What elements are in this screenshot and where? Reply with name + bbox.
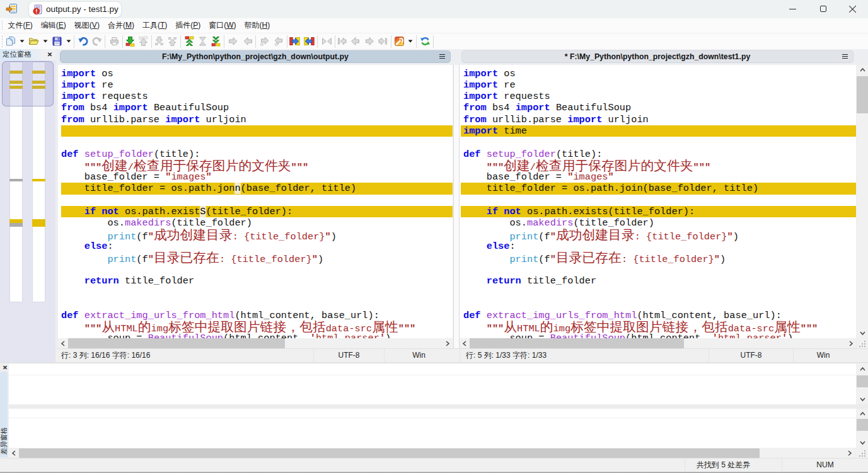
scroll-up-icon[interactable] [857, 65, 867, 75]
winmerge-window: output.py - test1.py 文件(F)编辑(E)视图(V)合并(M… [0, 0, 868, 473]
menu-t[interactable]: 工具(T) [138, 18, 171, 33]
refresh-button[interactable] [419, 35, 432, 48]
pane-splitter[interactable] [453, 65, 460, 348]
code-token-t: (html_content, [223, 333, 310, 338]
diff-pane-top-vscroll-thumb[interactable] [857, 375, 868, 387]
location-pane-close-icon[interactable]: ✕ [45, 50, 54, 59]
copy-all-right-button[interactable] [288, 35, 301, 48]
code-token-k: else [84, 241, 108, 252]
diff-pane-top-vscrollbar[interactable] [857, 364, 868, 404]
right-code-line-9: """创建/检查用于保存图片的文件夹""" [461, 160, 856, 171]
diff-pane-bottom-editor[interactable] [9, 409, 856, 448]
scroll-left-icon[interactable] [460, 338, 470, 348]
scroll-left-icon[interactable] [9, 448, 19, 458]
left-code-line-3: import requests [61, 91, 453, 102]
menu-p[interactable]: 插件(P) [171, 18, 205, 33]
scroll-right-icon[interactable] [845, 448, 855, 458]
code-token-t: (f [136, 231, 148, 242]
scroll-right-icon[interactable] [846, 338, 856, 348]
right-pane-menu-icon[interactable] [842, 53, 848, 60]
right-pane-hscrollbar[interactable] [460, 338, 856, 348]
diff-pane-hscroll-thumb[interactable] [19, 448, 760, 458]
left-pane-menu-icon[interactable] [439, 53, 446, 60]
undo-button[interactable] [77, 35, 90, 48]
options-button[interactable] [393, 35, 406, 48]
close-button[interactable] [838, 0, 867, 18]
next-difference-between-button [153, 35, 166, 48]
diff-pane-caption-strip: 差异窗格 [0, 372, 8, 457]
location-mark-right[interactable] [32, 179, 45, 181]
code-token-t: base_folder = [61, 171, 165, 183]
code-token-s: 创建 [504, 158, 530, 173]
location-mark-left[interactable] [9, 223, 23, 227]
code-token-t: (f [136, 254, 148, 265]
code-token-t: os. [61, 217, 125, 229]
open-button[interactable] [26, 35, 41, 48]
code-token-t: soup = [463, 333, 550, 338]
next-difference-button[interactable] [124, 35, 137, 48]
code-token-t: re [96, 79, 113, 91]
menu-v[interactable]: 视图(V) [70, 18, 103, 33]
location-pane-body[interactable] [0, 60, 55, 362]
right-code-line-12 [461, 195, 856, 206]
diff-pane-top-editor[interactable] [9, 364, 856, 404]
location-visible-area[interactable] [2, 61, 54, 106]
left-code-editor[interactable]: import osimport reimport requestsfrom bs… [58, 65, 453, 338]
scroll-down-icon[interactable] [857, 438, 867, 448]
scroll-up-icon[interactable] [857, 409, 867, 419]
open-dropdown-icon[interactable] [41, 35, 49, 48]
code-token-t: (title_folder): [206, 206, 293, 217]
menu-f[interactable]: 文件(F) [4, 18, 37, 33]
code-token-s: html.parser [718, 333, 782, 338]
code-token-t [61, 206, 84, 217]
code-token-t: urljoin [200, 114, 246, 125]
scroll-right-icon[interactable] [443, 338, 453, 348]
left-pane-path: F:\My_Python\python_project\gzh_down\out… [61, 51, 450, 63]
new-file-dropdown-icon[interactable] [18, 35, 26, 48]
menubar-gripper[interactable] [1, 20, 3, 31]
scroll-down-icon[interactable] [857, 328, 867, 338]
last-difference-button[interactable] [209, 35, 223, 48]
vertical-scroll-thumb[interactable] [857, 76, 868, 113]
left-pane-hscroll-thumb[interactable] [68, 338, 285, 348]
location-mark-left[interactable] [9, 179, 23, 181]
diff-pane-bottom-vscrollbar[interactable] [857, 409, 868, 448]
first-difference-button[interactable] [183, 35, 196, 48]
tab-document-icon [33, 4, 43, 15]
minimize-button[interactable] [778, 0, 807, 18]
left-pane-hscrollbar[interactable] [58, 338, 453, 348]
location-mark-right[interactable] [32, 223, 45, 227]
diff-pane-hscrollbar[interactable] [9, 448, 855, 458]
menu-m[interactable]: 合并(M) [103, 18, 138, 33]
code-token-t [481, 310, 487, 321]
save-button[interactable] [49, 35, 64, 48]
toolbar-separator [433, 35, 434, 48]
save-dropdown-icon[interactable] [64, 35, 72, 48]
scroll-up-icon[interactable] [857, 364, 867, 374]
right-code-line-7 [461, 137, 856, 148]
right-code-editor[interactable]: import osimport reimport requestsfrom bs… [460, 65, 856, 338]
left-status-position: 行: 3 列: 16/16 字符: 16/16 [55, 349, 313, 362]
options-dropdown-icon[interactable] [406, 35, 415, 48]
scroll-down-icon[interactable] [857, 394, 867, 404]
menu-e[interactable]: 编辑(E) [37, 18, 70, 33]
new-file-button[interactable] [3, 35, 18, 48]
vertical-scrollbar[interactable] [857, 65, 868, 338]
diff-pane-bottom-vscroll-thumb[interactable] [857, 419, 868, 431]
right-pane-hscroll-thumb[interactable] [470, 338, 684, 348]
copy-all-left-button[interactable] [303, 35, 316, 48]
code-token-s: 检查用于保存图片的文件夹 [134, 158, 291, 173]
diff-pane-splitter[interactable] [9, 404, 868, 409]
menu-w[interactable]: 窗口(W) [205, 18, 240, 33]
right-pane-header[interactable]: * F:\My_Python\python_project\gzh_down\t… [461, 50, 854, 63]
left-pane-header[interactable]: F:\My_Python\python_project\gzh_down\out… [60, 50, 451, 63]
menu-h[interactable]: 帮助(H) [240, 18, 274, 33]
code-token-t [79, 149, 84, 160]
code-token-q: " [148, 254, 154, 265]
scroll-left-icon[interactable] [58, 338, 68, 348]
document-tab[interactable]: output.py - test1.py [28, 1, 122, 18]
toolbar-separator [151, 35, 152, 48]
diff-pane-close-icon[interactable]: ✕ [1, 364, 9, 372]
maximize-button[interactable] [809, 0, 838, 18]
code-token-s: images [573, 171, 608, 183]
